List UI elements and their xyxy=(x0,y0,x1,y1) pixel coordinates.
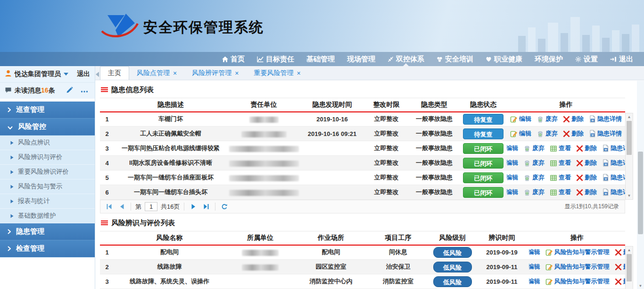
action-delete-icon[interactable]: 删除 xyxy=(576,144,597,153)
scroll-thumb[interactable] xyxy=(627,254,632,281)
action-discard-icon[interactable]: 废弃 xyxy=(523,173,545,182)
prev-page-button[interactable] xyxy=(117,202,126,212)
action-view-icon[interactable]: 查看 xyxy=(550,173,571,182)
refresh-icon[interactable] xyxy=(220,202,229,212)
action-notice-icon[interactable]: 风险告知与警示管理 xyxy=(545,277,610,286)
nav-item-1[interactable]: 首页 xyxy=(216,52,251,66)
action-delete-icon[interactable]: 删除 xyxy=(615,263,626,271)
last-page-button[interactable] xyxy=(201,202,211,212)
nav-item-6[interactable]: 安全培训 xyxy=(430,52,479,66)
page-scroll-thumb[interactable] xyxy=(638,152,643,234)
action-delete-icon[interactable]: 删除 xyxy=(576,159,597,167)
nav-item-3[interactable]: 基础管理 xyxy=(300,52,341,66)
action-view-icon[interactable]: 查看 xyxy=(550,159,571,167)
tab-2[interactable]: 风险点管理× xyxy=(129,66,184,80)
status-badge[interactable]: 待复查 xyxy=(463,128,504,139)
status-badge[interactable]: 已闭环 xyxy=(463,158,504,169)
action-edit-icon[interactable]: 编辑 xyxy=(507,188,518,196)
nav-item-5[interactable]: 双控体系 xyxy=(381,52,430,66)
nav-item-4[interactable]: 现场管理 xyxy=(341,52,381,66)
action-delete-icon[interactable]: 删除 xyxy=(576,188,597,196)
nav-item-7[interactable]: 职业健康 xyxy=(479,52,528,66)
action-edit-icon[interactable]: 编辑 xyxy=(510,129,531,138)
action-discard-icon[interactable]: 废弃 xyxy=(523,159,545,167)
first-page-button[interactable] xyxy=(104,202,114,212)
sidebar-item-2-1[interactable]: 风险点辨识 xyxy=(0,136,95,150)
action-delete-icon[interactable]: 删除 xyxy=(615,248,626,256)
action-edit-icon[interactable]: 编辑 xyxy=(529,263,540,271)
sidebar-group-1[interactable]: 巡查管理 xyxy=(0,102,95,119)
sidebar-collapse-handle[interactable] xyxy=(96,70,99,79)
scroll-up-icon[interactable]: ▲ xyxy=(626,113,633,120)
nav-item-8[interactable]: 环境保护 xyxy=(528,52,569,66)
action-discard-icon[interactable]: 废弃 xyxy=(523,144,545,153)
nav-item-9[interactable]: 设置 xyxy=(569,52,604,66)
chevron-down-icon[interactable] xyxy=(64,73,68,78)
scroll-up-icon[interactable]: ▲ xyxy=(626,246,633,254)
sidebar-item-2-4[interactable]: 风险告知与警示 xyxy=(0,179,95,194)
sidebar-item-2-2[interactable]: 风险辨识与评价 xyxy=(0,150,95,165)
action-notice-icon[interactable]: 风险告知与警示管理 xyxy=(545,263,610,271)
action-edit-icon[interactable]: 编辑 xyxy=(507,144,518,153)
close-icon[interactable]: × xyxy=(297,70,300,76)
user-name[interactable]: 悦达集团管理员 xyxy=(15,70,61,78)
unread-messages-label[interactable]: 未读消息16条 xyxy=(15,86,55,95)
action-discard-icon[interactable]: 废弃 xyxy=(537,115,558,123)
action-delete-icon[interactable]: 删除 xyxy=(563,129,584,138)
sidebar-group-3[interactable]: 隐患管理 xyxy=(0,223,95,240)
action-discard-icon[interactable]: 废弃 xyxy=(523,188,545,196)
action-edit-icon[interactable]: 编辑 xyxy=(510,115,531,123)
action-view-icon[interactable]: 查看 xyxy=(550,188,571,196)
ops-cell: 编辑风险告知与警示管理删除 xyxy=(529,245,625,260)
tab-3[interactable]: 风险辨评管理× xyxy=(184,66,246,80)
action-doc-icon[interactable]: W隐患详情 xyxy=(602,173,625,182)
action-doc-icon[interactable]: W隐患详情 xyxy=(602,159,625,167)
page-scroll-down-icon[interactable]: ▼ xyxy=(637,284,644,288)
action-doc-icon[interactable]: W隐患详情 xyxy=(602,144,625,153)
page-scrollbar[interactable]: ▼ xyxy=(637,81,644,289)
nav-item-10[interactable]: 退出 xyxy=(604,52,639,66)
status-badge[interactable]: 待复查 xyxy=(463,114,504,125)
sidebar-item-2-6[interactable]: 基础数据维护 xyxy=(0,209,95,223)
sidebar-logout-link[interactable]: 退出 xyxy=(77,70,90,78)
action-doc-icon[interactable]: W隐患详情 xyxy=(589,115,622,123)
sidebar-group-2[interactable]: 风险管控 xyxy=(0,119,95,136)
nav-item-label: 职业健康 xyxy=(494,55,522,64)
more-options-icon[interactable] xyxy=(81,87,88,94)
action-edit-icon[interactable]: 编辑 xyxy=(507,159,518,167)
action-view-icon[interactable]: 查看 xyxy=(550,144,571,153)
action-edit-icon[interactable]: 编辑 xyxy=(507,173,518,182)
action-doc-icon[interactable]: W隐患详情 xyxy=(589,129,622,138)
action-delete-icon[interactable]: 删除 xyxy=(615,277,626,286)
hazard-table-scrollbar[interactable]: ▲ ▼ xyxy=(625,113,633,200)
action-delete-icon[interactable]: 删除 xyxy=(563,115,584,123)
action-doc-icon[interactable]: W隐患详情 xyxy=(602,188,625,196)
status-badge[interactable]: 已闭环 xyxy=(463,187,504,198)
action-notice-icon[interactable]: 风险告知与警示管理 xyxy=(545,248,610,256)
status-badge[interactable]: 已闭环 xyxy=(463,143,504,154)
next-page-button[interactable] xyxy=(189,202,198,212)
action-delete-icon[interactable]: 删除 xyxy=(576,173,597,182)
hazard-table: 隐患描述责任单位隐患发现时间整改时限隐患类型隐患状态操作1车棚门坏2019-10… xyxy=(100,98,625,200)
tab-4[interactable]: 重要风险管理× xyxy=(246,66,308,80)
pencil-icon[interactable] xyxy=(66,86,73,95)
close-icon[interactable]: × xyxy=(173,70,177,76)
action-edit-icon[interactable]: 编辑 xyxy=(529,248,540,256)
tab-1[interactable]: 主页 xyxy=(100,66,129,80)
page-number-input[interactable] xyxy=(145,202,157,211)
risk-level-badge[interactable]: 低风险 xyxy=(433,247,472,258)
risk-level-badge[interactable]: 低风险 xyxy=(433,276,472,287)
nav-item-2[interactable]: 目标责任 xyxy=(251,52,300,66)
risk-table-scrollbar[interactable]: ▲ xyxy=(625,246,633,289)
close-icon[interactable]: × xyxy=(235,70,239,76)
sidebar-item-2-5[interactable]: 报表与统计 xyxy=(0,194,95,209)
top-banner: 安全环保管理系统 首页目标责任基础管理现场管理双控体系安全培训职业健康环境保护设… xyxy=(0,0,644,66)
action-discard-icon[interactable]: 废弃 xyxy=(537,129,558,138)
risk-level-badge[interactable]: 低风险 xyxy=(433,262,472,272)
scroll-down-icon[interactable]: ▼ xyxy=(626,192,633,199)
action-edit-icon[interactable]: 编辑 xyxy=(529,277,540,286)
sidebar-item-2-3[interactable]: 重要风险辨识评价 xyxy=(0,165,95,179)
status-badge[interactable]: 已闭环 xyxy=(463,172,504,183)
scroll-thumb[interactable] xyxy=(627,121,632,155)
sidebar-group-4[interactable]: 检查管理 xyxy=(0,240,95,257)
